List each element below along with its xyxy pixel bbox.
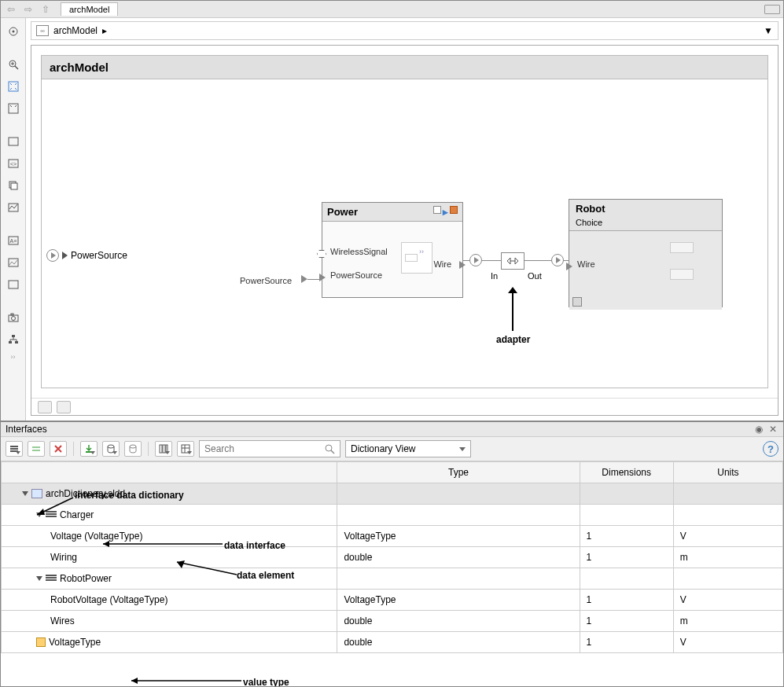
keyboard-icon — [764, 5, 780, 14]
interface-icon — [46, 575, 57, 582]
port-circle-icon — [469, 254, 482, 266]
tool-text-icon[interactable]: A≡ — [5, 232, 22, 249]
svg-rect-6 — [9, 82, 18, 91]
breadcrumb-dropdown-icon[interactable]: ▼ — [764, 25, 773, 36]
tool-target-icon[interactable] — [5, 23, 22, 40]
external-port-powersource[interactable]: PowerSource — [46, 249, 127, 262]
port-arrow-icon — [46, 249, 59, 262]
table-row[interactable]: Wiring double1m — [2, 547, 783, 568]
tb-db-button[interactable] — [102, 441, 120, 457]
annotation-arrow — [512, 290, 513, 331]
col-units[interactable]: Units — [673, 462, 782, 483]
tool-stack-icon[interactable] — [5, 177, 22, 194]
port-out-icon — [459, 261, 466, 269]
tb-add-element-button[interactable] — [28, 441, 45, 457]
node-power[interactable]: Power ▸ WirelessSignal — [322, 202, 463, 298]
port-hex-icon — [317, 250, 326, 258]
close-icon[interactable]: ✕ — [767, 424, 778, 435]
svg-text:A≡: A≡ — [9, 238, 17, 244]
link-icon — [572, 297, 582, 307]
tool-panel-icon[interactable] — [5, 133, 22, 150]
nav-back-icon[interactable]: ⇦ — [4, 3, 18, 16]
minimize-icon[interactable]: ◉ — [753, 424, 764, 435]
port-in-icon — [301, 275, 307, 283]
node-robot[interactable]: Robot Choice Wire — [569, 199, 723, 307]
table-row[interactable]: Charger — [2, 505, 783, 526]
svg-rect-25 — [10, 446, 18, 447]
tool-zoom-icon[interactable] — [5, 56, 22, 73]
footer-tree-icon[interactable] — [57, 401, 71, 413]
model-icon: ◦◦ — [36, 25, 49, 36]
play-icon: ▸ — [443, 206, 448, 218]
annotation-adapter: adapter — [496, 334, 530, 345]
svg-point-19 — [11, 317, 15, 321]
valuetype-icon — [36, 637, 46, 647]
tb-import-button[interactable] — [80, 441, 98, 457]
svg-rect-8 — [9, 138, 18, 145]
svg-rect-35 — [166, 445, 167, 453]
tool-image-icon[interactable] — [5, 254, 22, 271]
badge-dirty-icon — [450, 206, 458, 214]
canvas[interactable]: archModel PowerSource PowerSource — [31, 46, 778, 398]
table-row[interactable]: RobotPower — [2, 568, 783, 590]
svg-marker-48 — [131, 678, 138, 684]
table-row[interactable]: Wires double1m — [2, 611, 783, 632]
footer-db-icon[interactable] — [38, 401, 52, 413]
help-button[interactable]: ? — [763, 441, 778, 457]
node-power-title: Power — [327, 206, 358, 218]
col-name[interactable] — [2, 462, 337, 483]
adapter-block[interactable] — [501, 252, 525, 270]
tb-filter-button[interactable] — [177, 441, 194, 457]
search-input[interactable] — [204, 443, 324, 454]
table-row[interactable]: archDictionary.sldd — [2, 483, 783, 505]
tool-zoomout-icon[interactable] — [5, 100, 22, 117]
view-selector[interactable]: Dictionary View — [345, 440, 471, 457]
twisty-icon[interactable] — [36, 576, 42, 581]
breadcrumb-model[interactable]: archModel — [53, 25, 98, 36]
robot-preview-icon — [670, 242, 694, 253]
svg-point-39 — [326, 445, 332, 451]
tool-code-icon[interactable]: <> — [5, 155, 22, 172]
model-title: archModel — [42, 56, 767, 79]
nav-fwd-icon[interactable]: ⇨ — [21, 3, 35, 16]
svg-rect-33 — [160, 445, 162, 453]
col-type[interactable]: Type — [337, 462, 580, 483]
tab-archmodel[interactable]: archModel — [61, 2, 118, 16]
breadcrumb: ◦◦ archModel ▸ ▼ — [31, 21, 778, 40]
interfaces-table: Type Dimensions Units archDictionary.sld… — [1, 461, 783, 686]
nav-up-icon[interactable]: ⇧ — [39, 3, 53, 16]
external-port-label: PowerSource — [71, 250, 127, 261]
svg-rect-20 — [11, 314, 13, 315]
dictionary-icon — [31, 489, 42, 498]
tool-hierarchy-icon[interactable] — [5, 331, 22, 348]
twisty-icon[interactable] — [22, 491, 28, 496]
tool-plot-icon[interactable] — [5, 199, 22, 216]
tb-cols-button[interactable] — [155, 441, 172, 457]
tb-db2-button[interactable] — [124, 441, 142, 457]
table-row[interactable]: RobotVoltage (VoltageType) VoltageType1V — [2, 590, 783, 611]
port-in-icon — [319, 274, 326, 281]
tool-fit-icon[interactable] — [5, 78, 22, 95]
interfaces-title: Interfaces — [6, 424, 47, 435]
breadcrumb-sep-icon: ▸ — [102, 25, 107, 36]
tb-add-interface-button[interactable] — [6, 441, 23, 457]
left-toolbar: <> A≡ ›› — [1, 18, 26, 421]
search-box[interactable] — [199, 440, 340, 457]
robot-preview-icon — [670, 269, 694, 280]
port-circle-icon — [551, 254, 564, 266]
svg-point-31 — [108, 445, 114, 448]
tool-blank-icon[interactable] — [5, 276, 22, 293]
tool-camera-icon[interactable] — [5, 309, 22, 326]
tb-delete-button[interactable] — [50, 441, 67, 457]
col-dim[interactable]: Dimensions — [580, 462, 673, 483]
svg-rect-34 — [163, 445, 165, 453]
svg-rect-23 — [15, 341, 18, 344]
badge-icon — [433, 206, 441, 214]
interfaces-panel: Interfaces ◉ ✕ Dictionary View ? — [1, 421, 783, 686]
node-robot-subtitle: Choice — [576, 218, 602, 227]
port-wireless-label: WirelessSignal — [330, 247, 388, 256]
table-row[interactable]: VoltageType double1V — [2, 632, 783, 653]
table-row[interactable]: Voltage (VoltageType) VoltageType1V — [2, 526, 783, 547]
svg-text:<>: <> — [9, 161, 16, 167]
twisty-icon[interactable] — [36, 512, 42, 517]
